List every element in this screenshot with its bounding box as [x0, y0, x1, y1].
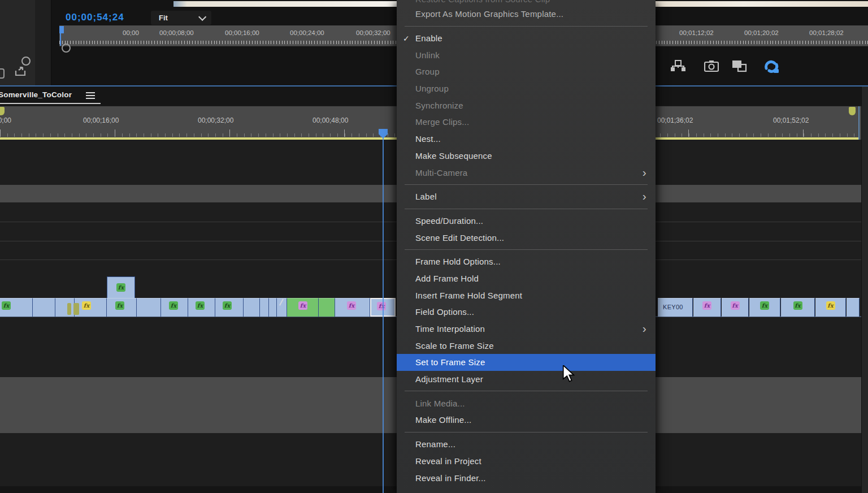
- menu-item-scale-to-frame-size[interactable]: Scale to Frame Size: [397, 337, 656, 354]
- menu-item-label: Scene Edit Detection...: [415, 233, 504, 243]
- panel-right-edge: [861, 87, 868, 493]
- sequence-end-edge: [858, 106, 860, 140]
- menu-item-export-as-motion-graphics-template[interactable]: Export As Motion Graphics Template...: [397, 6, 656, 23]
- node-graph-icon[interactable]: [670, 59, 687, 73]
- menu-item-add-frame-hold[interactable]: Add Frame Hold: [397, 270, 656, 287]
- menu-item-multi-camera: Multi-Camera›: [397, 164, 656, 181]
- timeline-clip[interactable]: [847, 298, 860, 317]
- timeline-clip[interactable]: fx: [749, 298, 780, 317]
- timeline-clip[interactable]: fx: [815, 298, 846, 317]
- menu-item-label: Restore Captions from Source Clip: [415, 0, 550, 4]
- timeline-clip[interactable]: fx: [722, 298, 749, 317]
- menu-item-time-interpolation[interactable]: Time Interpolation›: [397, 321, 656, 338]
- timeline-clip[interactable]: [319, 298, 335, 317]
- fx-badge-purple: fx: [347, 301, 356, 310]
- timeline-clip[interactable]: fx: [781, 298, 815, 317]
- timeline-clip[interactable]: [269, 298, 277, 317]
- menu-item-make-subsequence[interactable]: Make Subsequence: [397, 148, 656, 165]
- fx-badge-green: fx: [115, 301, 124, 310]
- menu-item-set-to-frame-size[interactable]: Set to Frame Size: [397, 354, 656, 371]
- menu-item-scene-edit-detection[interactable]: Scene Edit Detection...: [397, 229, 656, 246]
- panel-menu-icon[interactable]: [86, 92, 95, 99]
- menu-item-enable[interactable]: ✓Enable: [397, 30, 656, 47]
- timeline-clip[interactable]: [260, 298, 269, 317]
- menu-item-make-offline[interactable]: Make Offline...: [397, 412, 656, 429]
- menu-item-label: Enable: [415, 33, 442, 43]
- timeline-clip[interactable]: [55, 298, 75, 317]
- menu-item-label: Rename...: [415, 439, 455, 449]
- menu-separator: [405, 184, 648, 185]
- fx-badge-purple: fx: [731, 301, 740, 310]
- menu-item-frame-hold-options[interactable]: Frame Hold Options...: [397, 253, 656, 270]
- menu-item-reveal-in-project[interactable]: Reveal in Project: [397, 453, 656, 470]
- menu-item-merge-clips: Merge Clips...: [397, 114, 656, 131]
- timeline-clip[interactable]: fx: [215, 298, 244, 317]
- timecode-label-00-00-32-00: 00;00;32;00: [356, 29, 390, 36]
- menu-item-label: Group: [415, 67, 440, 76]
- program-playhead-head[interactable]: [59, 26, 64, 33]
- menu-item-label: Multi-Camera: [415, 168, 467, 178]
- timeline-clip[interactable]: [244, 298, 260, 317]
- ring-icon[interactable]: [21, 57, 31, 66]
- menu-item-insert-frame-hold-segment[interactable]: Insert Frame Hold Segment: [397, 287, 656, 304]
- timeline-clip[interactable]: fx: [107, 298, 137, 317]
- timeline-clip[interactable]: fx: [161, 298, 188, 317]
- menu-separator: [405, 209, 648, 209]
- submenu-arrow-icon: ›: [643, 190, 646, 202]
- zoom-level-dropdown[interactable]: Fit: [151, 11, 211, 25]
- menu-item-label: Label: [415, 192, 437, 201]
- comparison-view-icon[interactable]: [731, 59, 748, 73]
- sequence-marker[interactable]: [849, 107, 856, 115]
- export-icon[interactable]: [14, 66, 28, 77]
- timeline-clip[interactable]: fx: [335, 298, 370, 317]
- menu-item-label: Export As Motion Graphics Template...: [415, 9, 563, 19]
- camera-icon[interactable]: [704, 60, 719, 72]
- timecode-label-00-00-16-00: 00;00;16;00: [225, 29, 259, 36]
- menu-item-field-options[interactable]: Field Options...: [397, 304, 656, 321]
- timeline-playhead-line: [383, 137, 384, 493]
- timeline-clip-key00[interactable]: KEY00: [658, 298, 693, 317]
- menu-item-label: Unlink: [415, 50, 440, 60]
- clip-marker[interactable]: [67, 303, 71, 315]
- timeline-clip[interactable]: fx: [0, 298, 33, 317]
- menu-item-speed-duration[interactable]: Speed/Duration...: [397, 213, 656, 230]
- menu-item-label: Set to Frame Size: [415, 357, 485, 367]
- timecode-label-00-00: 00;00: [123, 29, 139, 36]
- menu-item-adjustment-layer[interactable]: Adjustment Layer: [397, 371, 656, 388]
- menu-item-label[interactable]: Label›: [397, 188, 656, 205]
- menu-item-label: Frame Hold Options...: [415, 257, 501, 266]
- fx-badge-green: fx: [2, 301, 11, 310]
- fx-badge-yellow: fx: [826, 301, 835, 310]
- timeline-clip[interactable]: fx: [75, 298, 107, 317]
- timeline-clip[interactable]: fx: [693, 298, 721, 317]
- menu-item-reveal-in-finder[interactable]: Reveal in Finder...: [397, 469, 656, 486]
- timeline-clip[interactable]: fx: [107, 276, 135, 299]
- active-tab-underline: [0, 103, 101, 104]
- playhead-timecode[interactable]: 00;00;54;24: [66, 12, 124, 23]
- menu-item-label: Time Interpolation: [415, 324, 485, 334]
- timecode-label-00-01-28-02: 00;01;28;02: [809, 29, 844, 36]
- clip-context-menu: Restore Captions from Source ClipExport …: [397, 0, 656, 493]
- clip-marker[interactable]: [73, 303, 79, 315]
- menu-item-nest[interactable]: Nest...: [397, 131, 656, 148]
- sync-icon[interactable]: [763, 59, 781, 75]
- sequence-tab[interactable]: Somerville_ToColor: [0, 90, 72, 99]
- menu-item-label: Add Frame Hold: [415, 274, 479, 283]
- mouse-cursor-icon: [562, 365, 575, 382]
- timeline-clip[interactable]: fx: [287, 298, 319, 317]
- menu-item-rename[interactable]: Rename...: [397, 436, 656, 453]
- menu-item-label: Reveal in Project: [415, 456, 481, 466]
- timeline-clip[interactable]: [137, 298, 161, 317]
- checkmark-icon: ✓: [403, 34, 410, 43]
- menu-item-label: Scale to Frame Size: [415, 341, 494, 351]
- fx-badge-green: fx: [116, 283, 125, 292]
- submenu-arrow-icon: ›: [643, 166, 646, 178]
- timeline-clip[interactable]: fx: [188, 298, 215, 317]
- fx-badge-green: fx: [196, 301, 205, 310]
- source-panel-edge-inner: [35, 0, 51, 85]
- menu-item-label: Adjustment Layer: [415, 374, 483, 384]
- ruler-knob-icon[interactable]: [62, 44, 71, 53]
- clip-label: KEY00: [663, 304, 683, 310]
- timeline-clip[interactable]: [33, 298, 55, 317]
- timecode-label-00-00: 00;00: [0, 116, 11, 124]
